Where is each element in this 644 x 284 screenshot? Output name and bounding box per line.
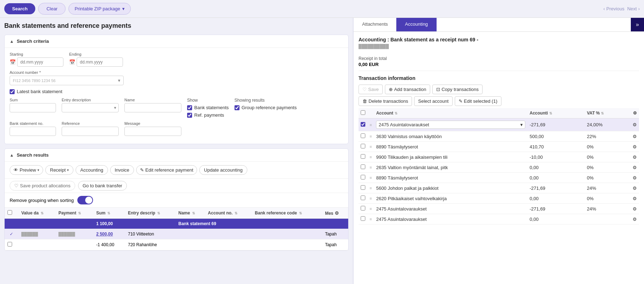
group-ref-payments-checkbox-label[interactable]: Group reference payments [235, 105, 297, 110]
acc-gear[interactable]: ⚙ [630, 142, 639, 152]
list-item[interactable]: ≡ 3630 Valmistus omaan käyttöön 500,00 2… [359, 131, 639, 142]
acc-select-all[interactable] [361, 110, 365, 115]
trash-icon: 🗑 [362, 98, 367, 104]
grouping-toggle[interactable] [77, 196, 93, 204]
ending-date-wrap: 📅 [69, 57, 123, 67]
accounting-button[interactable]: Accounting [76, 165, 108, 175]
acc-gear[interactable]: ⚙ [630, 204, 639, 214]
acc-vat: 24% [585, 183, 630, 193]
go-to-bank-transfer-button[interactable]: Go to bank transfer [78, 181, 127, 191]
add-transaction-button[interactable]: ⊕ Add transaction [385, 85, 430, 94]
message-label: Message [124, 121, 181, 126]
receipt-button[interactable]: Receipt ▾ [45, 165, 73, 175]
row-check[interactable] [5, 239, 19, 250]
tab-attachments[interactable]: Attachments [354, 18, 396, 31]
acc-gear[interactable]: ⚙ [630, 162, 639, 173]
list-item[interactable]: ≡ 8890 Täsmäytyserot 0,00 0% ⚙ [359, 173, 639, 183]
list-item[interactable]: ≡ 5600 Johdon palkat ja palkkiot -271,69… [359, 183, 639, 193]
list-item[interactable]: ≡ 2475 Asuintalovaraukset ▾ -271,69 24,0… [359, 118, 639, 131]
acc-check[interactable] [359, 131, 367, 142]
starting-group: Starting 📅 [10, 52, 63, 67]
acc-gear[interactable]: ⚙ [630, 131, 639, 142]
account-number-select[interactable]: FI12 3456 7890 1234 56 ▾ [10, 76, 124, 85]
acc-gear[interactable]: ⚙ [630, 214, 639, 224]
acc-check[interactable] [359, 214, 367, 224]
invoice-button[interactable]: Invoice [110, 165, 134, 175]
search-button[interactable]: Search [4, 3, 35, 14]
latest-bank-row: Latest bank statement [10, 89, 343, 94]
update-accounting-button[interactable]: Update accounting [199, 165, 247, 175]
list-item[interactable]: ≡ 2635 Valtion myöntämät lainat, pitk 0,… [359, 162, 639, 173]
entry-desc-input[interactable] [64, 103, 114, 112]
bank-statements-checkbox[interactable] [187, 105, 192, 110]
acc-check[interactable] [359, 118, 367, 131]
message-input[interactable] [124, 127, 181, 136]
acc-gear[interactable]: ⚙ [630, 173, 639, 183]
acc-gear[interactable]: ⚙ [630, 183, 639, 193]
acc-check[interactable] [359, 183, 367, 193]
list-item[interactable]: ≡ 8890 Täsmäytyserot 410,70 0% ⚙ [359, 142, 639, 152]
starting-input[interactable] [17, 57, 63, 67]
next-button[interactable]: Next › [627, 6, 640, 11]
preview-button[interactable]: 👁 Preview ▾ [10, 165, 43, 175]
clear-button[interactable]: Clear [38, 3, 66, 15]
acc-check[interactable] [359, 162, 367, 173]
main-toolbar: Search Clear Printable ZIP package ▾ ‹ P… [0, 0, 644, 18]
th-payment: Payment ⇅ [56, 208, 93, 219]
acc-check[interactable] [359, 193, 367, 204]
table-row[interactable]: ✓ ██████ ██████ 2 500,00 710 Viitteeton … [5, 229, 348, 239]
edit-reference-button[interactable]: ✎ Edit reference payment [136, 165, 197, 175]
select-all-checkbox[interactable] [7, 210, 12, 215]
acc-gear[interactable]: ⚙ [630, 193, 639, 204]
save-trans-button[interactable]: ♡ Save [359, 85, 383, 94]
ref-payments-checkbox[interactable] [187, 113, 192, 118]
list-item[interactable]: ≡ 2475 Asuintalovaraukset -271,69 24% ⚙ [359, 204, 639, 214]
select-account-button[interactable]: Select account [414, 96, 452, 106]
table-row[interactable]: 1 100,00 Bank statement 69 [5, 219, 348, 229]
panel-tabs: Attachments Accounting » [354, 18, 644, 32]
acc-th-gear[interactable]: ⚙ [630, 108, 639, 118]
bank-statements-checkbox-label[interactable]: Bank statements [187, 105, 229, 110]
delete-transactions-button[interactable]: 🗑 Delete transactions [359, 96, 412, 106]
acc-gear[interactable]: ⚙ [630, 118, 639, 131]
account-number-value: FI12 3456 7890 1234 56 [13, 78, 60, 83]
panel-toggle-button[interactable]: » [631, 18, 644, 31]
row-entry-desc: 720 Rahanlöhe [125, 239, 176, 250]
sum-input[interactable] [10, 103, 56, 112]
list-item[interactable]: ≡ 2620 Pitkäaikaiset vaihtovelkakirja 0,… [359, 193, 639, 204]
reference-input[interactable] [62, 127, 119, 136]
acc-vat: 0% [585, 173, 630, 183]
search-results-label: Search results [17, 152, 49, 158]
group-ref-payments-checkbox[interactable] [235, 105, 239, 110]
copy-transactions-button[interactable]: ⊡ Copy transactions [432, 85, 483, 94]
tab-accounting[interactable]: Accounting [396, 18, 436, 31]
bank-statements-label: Bank statements [194, 105, 229, 110]
latest-bank-checkbox-label[interactable]: Latest bank statement [10, 89, 62, 94]
trans-toolbar-2: 🗑 Delete transactions Select account ✎ E… [359, 96, 639, 106]
acc-vat [585, 214, 630, 224]
name-input[interactable] [124, 103, 181, 112]
row-check[interactable]: ✓ [5, 229, 19, 239]
acc-account: 2475 Asuintalovaraukset ▾ [374, 118, 527, 131]
account-dropdown[interactable]: 2475 Asuintalovaraukset ▾ [376, 121, 525, 129]
acc-check[interactable] [359, 152, 367, 162]
ending-input[interactable] [77, 57, 123, 67]
acc-accounting: -10,00 [527, 152, 585, 162]
edit-selected-button[interactable]: ✎ Edit selected (1) [455, 96, 501, 106]
acc-gear[interactable]: ⚙ [630, 152, 639, 162]
acc-check[interactable] [359, 204, 367, 214]
save-product-button[interactable]: ♡ Save product allocations [10, 181, 75, 191]
table-row[interactable]: -1 400,00 720 Rahanlöhe Tapah [5, 239, 348, 250]
collapse-icon[interactable]: ▲ [10, 39, 14, 44]
latest-bank-checkbox[interactable] [10, 89, 15, 94]
list-item[interactable]: ≡ 9900 Tilikauden ja aikaisempien tili -… [359, 152, 639, 162]
bank-statement-no-input[interactable] [10, 127, 56, 136]
previous-button[interactable]: ‹ Previous [603, 6, 624, 11]
collapse-results-icon[interactable]: ▲ [10, 153, 14, 158]
acc-check[interactable] [359, 142, 367, 152]
zip-button[interactable]: Printable ZIP package ▾ [68, 3, 131, 15]
acc-check[interactable] [359, 173, 367, 183]
acc-accounting: 500,00 [527, 131, 585, 142]
ref-payments-checkbox-label[interactable]: Ref. payments [187, 112, 229, 118]
list-item[interactable]: ≡ 2475 Asuintalovaraukset 0,00 ⚙ [359, 214, 639, 224]
